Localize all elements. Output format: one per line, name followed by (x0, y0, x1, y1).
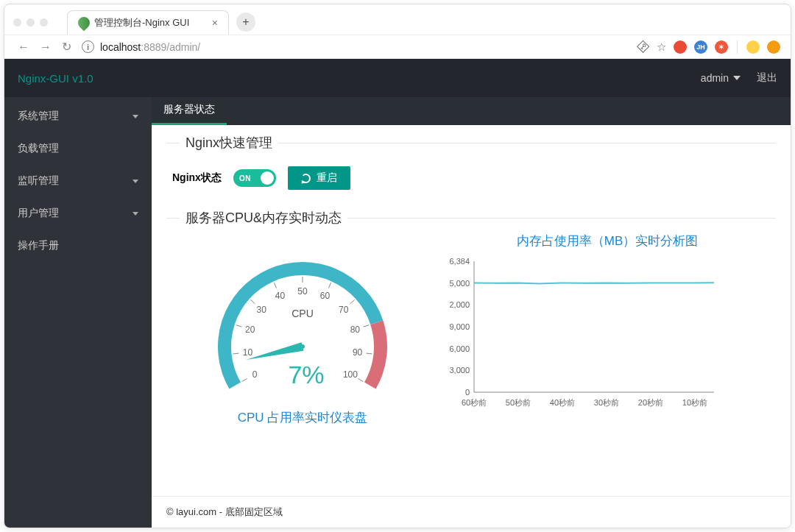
svg-line-8 (274, 283, 276, 288)
svg-line-14 (350, 299, 355, 303)
svg-point-24 (300, 344, 305, 349)
nginx-status-toggle[interactable]: ON (233, 169, 276, 187)
chevron-down-icon (132, 115, 138, 118)
memory-chart-title: 内存占使用率（MB）实时分析图 (439, 233, 776, 249)
tab-close-icon[interactable]: × (212, 17, 218, 29)
app-brand[interactable]: Nginx-GUI v1.0 (18, 72, 93, 85)
svg-text:20秒前: 20秒前 (638, 398, 663, 407)
nav-reload-icon[interactable]: ↻ (62, 40, 71, 54)
sidebar: 系统管理 负载管理 监听管理 用户管理 操作手册 (4, 97, 152, 528)
memory-line-chart: 内存占使用率（MB）实时分析图 6,3845,0002,0009,0006,00… (439, 233, 776, 413)
user-dropdown[interactable]: admin (701, 72, 741, 84)
svg-marker-23 (246, 342, 303, 360)
extension-icon[interactable] (746, 40, 760, 54)
svg-text:50: 50 (297, 286, 308, 297)
window-traffic-lights[interactable] (13, 18, 48, 26)
svg-text:5,000: 5,000 (449, 279, 470, 288)
sidebar-item-listen[interactable]: 监听管理 (4, 165, 152, 197)
tab-favicon (76, 15, 93, 32)
svg-text:0: 0 (465, 388, 470, 397)
svg-text:80: 80 (350, 324, 361, 335)
svg-line-18 (367, 353, 372, 354)
svg-text:70: 70 (339, 305, 349, 315)
svg-text:10: 10 (243, 347, 253, 358)
svg-text:2,000: 2,000 (449, 300, 470, 309)
extension-icon[interactable] (767, 40, 780, 54)
section-title-cpumem: 服务器CPU&内存实时动态 (186, 209, 342, 227)
svg-text:6,000: 6,000 (449, 344, 470, 353)
svg-text:60: 60 (320, 291, 331, 301)
svg-text:7%: 7% (288, 361, 324, 389)
restart-button[interactable]: 重启 (288, 166, 350, 190)
nginx-status-label: Nginx状态 (172, 171, 222, 185)
saved-password-icon[interactable]: ⚿ (635, 38, 652, 55)
sidebar-item-user[interactable]: 用户管理 (4, 197, 152, 230)
site-info-icon[interactable]: i (82, 40, 94, 53)
url-host: localhost (100, 41, 141, 53)
extension-icon[interactable] (674, 40, 687, 54)
svg-text:10秒前: 10秒前 (682, 398, 707, 407)
logout-link[interactable]: 退出 (757, 71, 777, 85)
svg-line-16 (364, 325, 370, 327)
svg-text:0: 0 (252, 369, 258, 380)
svg-line-6 (250, 299, 255, 303)
svg-text:CPU: CPU (292, 308, 314, 319)
nav-back-icon[interactable]: ← (18, 40, 29, 54)
sidebar-item-manual[interactable]: 操作手册 (4, 230, 152, 262)
browser-tab[interactable]: 管理控制台-Nginx GUI × (67, 10, 229, 35)
svg-text:9,000: 9,000 (449, 322, 470, 331)
tab-server-status[interactable]: 服务器状态 (152, 97, 227, 125)
footer-text: © layui.com - 底部固定区域 (152, 496, 791, 528)
tab-title: 管理控制台-Nginx GUI (94, 16, 208, 29)
address-bar[interactable]: i localhost:8889/admin/ (82, 40, 628, 53)
chevron-down-icon (132, 180, 138, 183)
refresh-icon (301, 174, 311, 183)
new-tab-button[interactable]: + (236, 13, 255, 32)
svg-text:90: 90 (353, 347, 363, 358)
svg-text:40秒前: 40秒前 (550, 398, 575, 407)
section-title-quick: Nginx快速管理 (186, 134, 272, 152)
extension-icon[interactable]: JH (694, 40, 707, 54)
svg-text:20: 20 (245, 324, 255, 335)
nav-forward-icon[interactable]: → (40, 40, 52, 54)
svg-text:50秒前: 50秒前 (506, 398, 531, 407)
svg-line-20 (358, 379, 363, 382)
svg-line-2 (233, 353, 239, 354)
svg-text:30: 30 (257, 305, 267, 315)
svg-line-12 (328, 283, 331, 288)
svg-text:60秒前: 60秒前 (462, 398, 487, 407)
svg-text:100: 100 (343, 369, 358, 380)
extension-icon[interactable]: ✶ (715, 40, 728, 54)
svg-text:3,000: 3,000 (449, 366, 470, 375)
username: admin (701, 72, 729, 84)
svg-text:30秒前: 30秒前 (594, 398, 619, 407)
chevron-down-icon (733, 76, 741, 80)
chevron-down-icon (132, 212, 138, 216)
cpu-gauge-chart: 0102030405060708090100CPU7% CPU 占用率实时仪表盘 (166, 233, 439, 426)
svg-line-0 (242, 379, 247, 382)
sidebar-item-load[interactable]: 负载管理 (4, 132, 152, 165)
svg-line-4 (236, 325, 242, 327)
bookmark-star-icon[interactable]: ☆ (657, 40, 666, 54)
svg-text:6,384: 6,384 (449, 257, 470, 266)
svg-text:40: 40 (275, 291, 286, 301)
main-tabs: 服务器状态 (152, 97, 791, 125)
sidebar-item-system[interactable]: 系统管理 (4, 100, 152, 132)
gauge-caption: CPU 占用率实时仪表盘 (166, 409, 439, 426)
